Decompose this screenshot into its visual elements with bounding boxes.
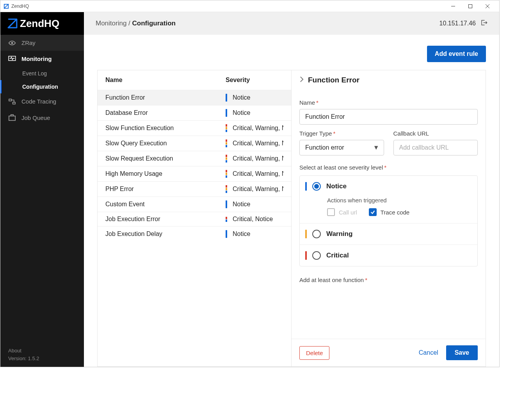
delete-button[interactable]: Delete	[299, 346, 329, 360]
sidebar-item-zray[interactable]: ZRay	[0, 35, 84, 51]
severity-label: Critical	[326, 252, 349, 259]
maximize-button[interactable]	[462, 1, 479, 12]
minimize-button[interactable]	[445, 1, 462, 12]
close-button[interactable]	[479, 1, 496, 12]
notice-radio[interactable]	[312, 182, 321, 191]
trace-code-checkbox[interactable]	[369, 208, 377, 216]
cell-name: Slow Query Execution	[105, 140, 226, 147]
sidebar-sub-eventlog[interactable]: Event Log	[0, 67, 84, 80]
table-row[interactable]: Database ErrorNotice	[98, 105, 291, 120]
sidebar-item-jobqueue[interactable]: Job Queue	[0, 109, 84, 126]
severity-text: Notice	[233, 201, 250, 208]
severity-notice-row[interactable]: Notice	[300, 176, 477, 197]
brand-text: ZendHQ	[20, 18, 59, 30]
cell-severity: Notice	[226, 94, 283, 102]
severity-text: Critical, Warning, No	[233, 186, 283, 193]
sidebar-item-label: Monitoring	[21, 55, 52, 62]
severity-bars	[226, 94, 227, 102]
call-url-checkbox[interactable]	[327, 208, 335, 216]
table-row[interactable]: Job Execution DelayNotice	[98, 226, 291, 241]
sidebar-item-label: Job Queue	[21, 114, 50, 121]
severity-bars	[226, 139, 227, 147]
severity-text: Notice	[233, 230, 250, 238]
severity-bars	[226, 155, 227, 163]
table-row[interactable]: Function ErrorNotice	[98, 90, 291, 105]
critical-color-strip	[305, 251, 307, 260]
table-row[interactable]: Job Execution ErrorCritical, Notice	[98, 212, 291, 226]
main: Monitoring / Configuration 10.151.17.46 …	[84, 12, 499, 367]
table-header: Name Severity	[98, 70, 291, 90]
trigger-select[interactable]	[299, 140, 384, 155]
severity-actions: Actions when triggered Call url	[300, 197, 477, 223]
severity-bars	[226, 170, 227, 178]
logout-icon[interactable]	[480, 19, 488, 28]
callback-input[interactable]	[393, 140, 478, 155]
severity-critical-row[interactable]: Critical	[300, 245, 477, 266]
about-link[interactable]: About	[8, 347, 76, 355]
sidebar-footer: About Version: 1.5.2	[0, 342, 84, 367]
breadcrumb: Monitoring / Configuration	[96, 20, 176, 27]
cancel-button[interactable]: Cancel	[419, 349, 438, 356]
severity-text: Notice	[233, 109, 250, 116]
cell-name: High Memory Usage	[105, 170, 226, 177]
call-url-checkbox-item[interactable]: Call url	[327, 208, 357, 216]
cell-severity: Critical, Notice	[226, 216, 283, 223]
content: Add event rule Name Severity Function Er…	[84, 35, 499, 367]
trace-icon	[8, 98, 16, 105]
th-name: Name	[105, 77, 226, 84]
th-severity: Severity	[226, 77, 283, 84]
svg-rect-6	[9, 99, 11, 101]
trigger-label: Trigger Type*	[299, 130, 384, 137]
cell-severity: Critical, Warning, No	[226, 155, 283, 163]
svg-rect-1	[469, 4, 472, 8]
sidebar-item-monitoring[interactable]: Monitoring	[0, 51, 84, 67]
rules-table: Name Severity Function ErrorNoticeDataba…	[98, 70, 291, 366]
sidebar-item-codetracing[interactable]: Code Tracing	[0, 93, 84, 109]
name-label: Name*	[299, 99, 478, 106]
table-row[interactable]: PHP ErrorCritical, Warning, No	[98, 181, 291, 196]
cell-name: Slow Function Execution	[105, 125, 226, 132]
severity-text: Critical, Warning, No	[233, 170, 283, 177]
severity-warning-row[interactable]: Warning	[300, 223, 477, 245]
sidebar-item-label: ZRay	[21, 39, 36, 46]
function-section-label: Add at least one function*	[299, 277, 478, 283]
actions-label: Actions when triggered	[327, 197, 472, 204]
severity-text: Critical, Warning, No	[233, 140, 283, 147]
table-row[interactable]: High Memory UsageCritical, Warning, No	[98, 166, 291, 181]
name-input[interactable]	[299, 109, 478, 125]
breadcrumb-current: Configuration	[132, 20, 176, 27]
severity-section-label: Select at least one severity level*	[299, 164, 478, 171]
breadcrumb-parent[interactable]: Monitoring	[96, 20, 126, 27]
severity-bars	[226, 200, 227, 208]
cell-name: Job Execution Delay	[105, 230, 226, 238]
cell-name: PHP Error	[105, 186, 226, 193]
add-event-rule-button[interactable]: Add event rule	[427, 46, 486, 62]
chevron-right-icon[interactable]	[299, 76, 304, 84]
topbar: Monitoring / Configuration 10.151.17.46	[84, 12, 499, 35]
notice-color-strip	[305, 182, 307, 191]
warning-radio[interactable]	[312, 230, 321, 238]
severity-label: Warning	[326, 230, 352, 238]
cell-name: Job Execution Error	[105, 216, 226, 223]
table-row[interactable]: Slow Request ExecutionCritical, Warning,…	[98, 151, 291, 166]
cell-severity: Critical, Warning, No	[226, 139, 283, 147]
app-icon	[4, 4, 9, 9]
svg-point-4	[11, 42, 13, 44]
trace-code-checkbox-item[interactable]: Trace code	[369, 208, 409, 216]
cell-name: Function Error	[105, 94, 226, 101]
severity-bars	[226, 124, 227, 132]
critical-radio[interactable]	[312, 251, 321, 260]
cell-severity: Critical, Warning, No	[226, 170, 283, 178]
window: ZendHQ ZendHQ ZRay Monitoring Event Lo	[0, 0, 500, 367]
cell-severity: Critical, Warning, No	[226, 124, 283, 132]
cell-severity: Critical, Warning, No	[226, 185, 283, 193]
table-row[interactable]: Custom EventNotice	[98, 196, 291, 212]
nav: ZRay Monitoring Event Log Configuration …	[0, 35, 84, 342]
panel: Name Severity Function ErrorNoticeDataba…	[97, 70, 486, 367]
caret-down-icon: ▼	[373, 144, 379, 151]
table-row[interactable]: Slow Function ExecutionCritical, Warning…	[98, 120, 291, 136]
severity-label: Notice	[326, 182, 347, 190]
save-button[interactable]: Save	[446, 345, 478, 360]
sidebar-sub-configuration[interactable]: Configuration	[0, 80, 84, 93]
table-row[interactable]: Slow Query ExecutionCritical, Warning, N…	[98, 136, 291, 151]
